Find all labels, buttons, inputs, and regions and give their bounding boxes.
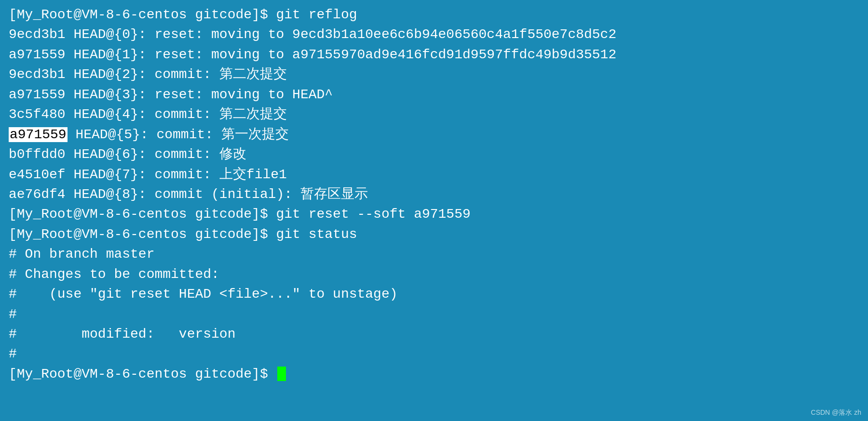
terminal-line: ae76df4 HEAD@{8}: commit (initial): 暂存区显… bbox=[9, 184, 859, 204]
terminal-line: [My_Root@VM-8-6-centos gitcode]$ git res… bbox=[9, 204, 859, 224]
terminal-cursor bbox=[277, 367, 286, 381]
terminal-line: e4510ef HEAD@{7}: commit: 上交file1 bbox=[9, 165, 859, 184]
terminal-line-highlighted: a971559 HEAD@{5}: commit: 第一次提交 bbox=[9, 125, 859, 145]
terminal-line: # On branch master bbox=[9, 244, 859, 264]
terminal-line: # (use "git reset HEAD <file>..." to uns… bbox=[9, 284, 859, 304]
terminal-line: # bbox=[9, 344, 859, 364]
terminal-line: # modified: version bbox=[9, 324, 859, 344]
terminal-line: b0ffdd0 HEAD@{6}: commit: 修改 bbox=[9, 145, 859, 164]
prompt-text: [My_Root@VM-8-6-centos gitcode]$ bbox=[9, 367, 276, 382]
terminal-line: [My_Root@VM-8-6-centos gitcode]$ git sta… bbox=[9, 224, 859, 244]
terminal-prompt-line[interactable]: [My_Root@VM-8-6-centos gitcode]$ bbox=[9, 364, 859, 384]
terminal-line: 9ecd3b1 HEAD@{2}: commit: 第二次提交 bbox=[9, 65, 859, 84]
hash-highlight: a971559 bbox=[9, 127, 68, 142]
terminal-line: a971559 HEAD@{1}: reset: moving to a9715… bbox=[9, 45, 859, 65]
terminal-line: # Changes to be committed: bbox=[9, 264, 859, 284]
terminal-line: # bbox=[9, 304, 859, 324]
terminal-line: 9ecd3b1 HEAD@{0}: reset: moving to 9ecd3… bbox=[9, 25, 859, 44]
watermark: CSDN @落水 zh bbox=[811, 408, 861, 417]
terminal-line: 3c5f480 HEAD@{4}: commit: 第二次提交 bbox=[9, 105, 859, 124]
terminal-line: a971559 HEAD@{3}: reset: moving to HEAD^ bbox=[9, 85, 859, 105]
terminal-window: [My_Root@VM-8-6-centos gitcode]$ git ref… bbox=[0, 0, 868, 421]
terminal-line: [My_Root@VM-8-6-centos gitcode]$ git ref… bbox=[9, 5, 859, 25]
